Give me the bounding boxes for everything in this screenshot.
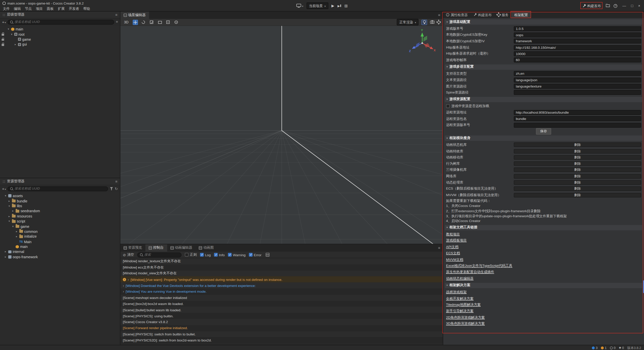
section-header[interactable]: ▾游戏多语言配置 xyxy=(445,64,642,70)
doc-link[interactable]: Excel格式转Json文件与TypeScript代码工具 xyxy=(446,264,512,268)
close-button[interactable]: × xyxy=(638,4,640,8)
hierarchy-search-input[interactable] xyxy=(15,20,112,24)
log-row[interactable]: ›[Window] Download the Vue Devtools exte… xyxy=(120,283,443,289)
section-header[interactable]: ▾框架文档工具链接 xyxy=(445,225,642,230)
asset-node-seedrandom[interactable]: ▸seedrandom xyxy=(0,209,120,214)
assets-search-input[interactable] xyxy=(15,187,106,191)
asset-node-common[interactable]: ▸common xyxy=(0,229,120,234)
hierarchy-node-main[interactable]: ▾main xyxy=(0,27,120,32)
log-row[interactable]: [Window] render_texture文件夹不存在 xyxy=(120,258,443,264)
hierarchy-sort-icon[interactable]: ≡ xyxy=(116,20,118,24)
hierarchy-header[interactable]: 层级管理器 ≡ xyxy=(0,12,120,19)
panel-menu-icon[interactable]: ≡ xyxy=(115,13,117,17)
regex-toggle[interactable]: 正则 xyxy=(185,252,197,257)
caret-right-icon[interactable]: ▸ xyxy=(8,214,11,218)
tab-property-inspector[interactable]: i 属性检查器 xyxy=(443,12,471,18)
menu-project[interactable]: 项目 xyxy=(34,6,45,11)
hierarchy-node-game[interactable]: game xyxy=(0,37,120,42)
refresh-icon[interactable]: ↻ xyxy=(115,187,118,191)
log-row[interactable]: [Scene] [box2d]:box2d wasm lib loaded. xyxy=(120,301,443,307)
hierarchy-node-gui[interactable]: ▸gui xyxy=(0,42,120,47)
expand-icon[interactable]: › xyxy=(123,290,124,294)
log-row[interactable]: [Scene] meshopt wasm decoder initialized xyxy=(120,295,443,301)
asset-node-resources[interactable]: ▸resources xyxy=(0,214,120,219)
layout-button[interactable]: ⊞ xyxy=(344,4,348,8)
expand-icon[interactable]: › xyxy=(123,283,124,287)
field-input[interactable]: oops xyxy=(514,32,641,37)
tab-console[interactable]: 控制台 xyxy=(145,244,167,251)
section-header[interactable]: ▾框架解决方案 xyxy=(445,283,642,288)
minimize-button[interactable]: — xyxy=(622,4,626,8)
caret-right-icon[interactable]: ▸ xyxy=(15,230,18,233)
camera-preview-button[interactable] xyxy=(430,20,434,24)
section-header[interactable]: ▾框架模块瘦身 xyxy=(445,136,642,141)
delete-button[interactable]: 删除 xyxy=(514,187,641,191)
delete-button[interactable]: 删除 xyxy=(514,161,641,166)
field-input[interactable]: language/json xyxy=(514,77,641,82)
checkbox-warning[interactable] xyxy=(228,253,232,257)
log-row[interactable]: [Scene] [PHYSICS2D]: switch from box2d-w… xyxy=(120,337,443,343)
step-button[interactable]: ▶ xyxy=(338,4,341,8)
caret-down-icon[interactable]: ▾ xyxy=(10,33,13,36)
asset-node-game[interactable]: ▾game xyxy=(0,224,120,229)
menu-file[interactable]: 文件 xyxy=(1,6,12,11)
field-input[interactable]: 1.0.5 xyxy=(514,26,641,31)
delete-button[interactable]: 删除 xyxy=(514,143,641,147)
info-count-badge[interactable]: 3 xyxy=(592,346,598,350)
tab-animation-editor[interactable]: 动画编辑器 xyxy=(167,244,195,251)
device-preview-button[interactable]: ▾ xyxy=(296,4,303,8)
caret-right-icon[interactable]: ▸ xyxy=(4,255,7,258)
save-button[interactable]: 保存 xyxy=(536,128,551,135)
translate-tool[interactable] xyxy=(133,20,138,25)
tab-framework-config[interactable]: 框架配置 xyxy=(511,12,531,18)
doc-link[interactable]: 原生包热更新配置自动生成插件 xyxy=(446,270,494,274)
tab-animation-graph[interactable]: 动画图 xyxy=(195,244,217,251)
field-input[interactable]: http://192.168.0.150/main/ xyxy=(514,45,641,50)
log-row[interactable]: [Scene] [PHYSICS]: using builtin. xyxy=(120,313,443,319)
caret-right-icon[interactable]: ▸ xyxy=(15,235,18,238)
scene-viewport[interactable]: Y X Z xyxy=(120,26,443,244)
remote-load-checkbox[interactable] xyxy=(446,104,450,108)
filter-warning[interactable]: Warning xyxy=(228,253,246,257)
log-row[interactable]: [Scene] Forward render pipeline initiali… xyxy=(120,325,443,331)
menu-panel[interactable]: 面板 xyxy=(45,6,56,11)
doc-link[interactable]: ECS文档 xyxy=(446,251,460,255)
recent-projects-button[interactable] xyxy=(606,4,610,8)
section-header[interactable]: ▾游戏资源配置 xyxy=(445,97,642,102)
filter-error[interactable]: Error xyxy=(249,253,261,257)
doc-link[interactable]: MVVM文档 xyxy=(446,257,463,262)
log-row[interactable]: [Scene] [bullet]:bullet wasm lib loaded. xyxy=(120,307,443,313)
caret-down-icon[interactable]: ▾ xyxy=(7,28,10,31)
checkbox-log[interactable] xyxy=(200,253,204,257)
doc-link[interactable]: API文档 xyxy=(446,245,458,249)
render-mode-select[interactable]: 正常渲染 ▾ xyxy=(397,19,419,25)
delete-button[interactable]: 删除 xyxy=(514,174,641,179)
doc-link[interactable]: 3D角色扮演游戏解决方案 xyxy=(446,322,485,326)
doc-link[interactable]: 战棋游戏框架 xyxy=(446,290,467,294)
doc-link[interactable]: 动画状态机编辑器 xyxy=(446,276,473,281)
expand-icon[interactable]: › xyxy=(128,277,129,281)
delete-button[interactable]: 删除 xyxy=(514,149,641,153)
delete-button[interactable]: 删除 xyxy=(514,180,641,185)
caret-right-icon[interactable]: ▸ xyxy=(4,250,7,253)
hierarchy-node-root[interactable]: ▾root xyxy=(0,32,120,37)
checkbox-error[interactable] xyxy=(249,253,253,257)
log-row[interactable]: [Scene] Cocos Creator v3.8.2 xyxy=(120,319,443,325)
assets-header[interactable]: 资源管理器 ≡ xyxy=(0,178,120,185)
field-input[interactable]: 10000 xyxy=(514,51,641,56)
orientation-gizmo[interactable]: Y X Z xyxy=(405,27,439,61)
asset-node-Main[interactable]: TSMain xyxy=(0,239,120,244)
add-node-button[interactable]: +▾ xyxy=(2,20,6,24)
add-asset-button[interactable]: +▾ xyxy=(2,187,6,191)
log-row[interactable]: [Window] ecs文件夹不存在 xyxy=(120,264,443,270)
rect-tool[interactable] xyxy=(157,20,163,25)
filter-icon[interactable] xyxy=(110,187,113,190)
tab-asset-preview[interactable]: 资源预览 xyxy=(120,244,145,251)
scrollbar-thumb[interactable] xyxy=(642,280,644,293)
panel-menu-icon[interactable]: ≡ xyxy=(115,179,117,183)
filter-log[interactable]: Log xyxy=(200,253,211,257)
caret-down-icon[interactable]: ▾ xyxy=(8,204,11,208)
pivot-toggle[interactable] xyxy=(166,20,171,25)
warning-count-badge[interactable]: 1 xyxy=(601,346,607,350)
doc-link[interactable]: 全栈开发解决方案 xyxy=(446,296,473,301)
